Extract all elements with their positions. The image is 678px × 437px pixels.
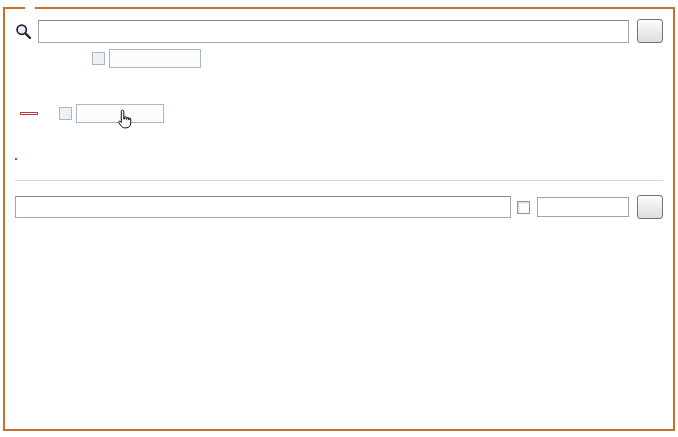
add-type-select[interactable] (537, 197, 629, 217)
add-button[interactable] (637, 195, 663, 219)
filter-named-checkbox (92, 52, 105, 65)
filters-row (37, 48, 663, 69)
action-named-checkbox (59, 107, 72, 120)
search-input[interactable] (38, 20, 629, 43)
annotation-box-actions (20, 112, 38, 115)
search-button[interactable] (637, 19, 663, 43)
add-users-row (15, 195, 663, 219)
filter-named-select (109, 49, 201, 68)
actions-row (15, 102, 663, 124)
convert-row (15, 125, 663, 145)
add-users-input[interactable] (15, 196, 511, 218)
search-icon (15, 23, 33, 40)
divider (15, 180, 663, 181)
annotation-box-checkboxes (15, 158, 17, 160)
mouse-cursor-icon (118, 109, 134, 134)
search-row (15, 19, 663, 43)
add-authorized-checkbox[interactable] (517, 201, 530, 214)
users-fieldset (3, 7, 675, 431)
